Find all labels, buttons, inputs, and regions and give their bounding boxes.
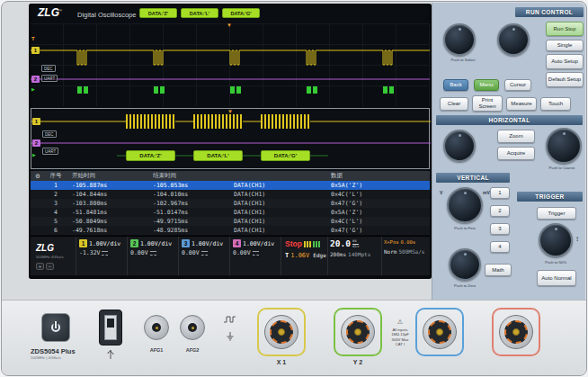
channel4-status[interactable]: 41.00V/div 0.00V <box>229 237 281 275</box>
control-panel: RUN CONTROL Push to Select Run Stop Sing… <box>432 3 585 300</box>
acquire-button[interactable]: Acquire <box>497 147 535 160</box>
math-button[interactable]: Math <box>485 264 512 276</box>
multipurpose-knob-b[interactable] <box>497 23 530 56</box>
back-button[interactable]: Back <box>443 79 468 91</box>
square-wave-icon <box>223 315 237 324</box>
updown-arrow-icon: ↕ <box>575 235 579 243</box>
timebase-unit: msdiv <box>352 239 360 248</box>
zoom-button[interactable]: Zoom <box>497 130 535 143</box>
section-run-control: RUN CONTROL <box>515 7 584 17</box>
run-state-label: Stop <box>285 239 302 248</box>
channel-2-button[interactable]: 2 <box>490 205 510 217</box>
trigger-button[interactable]: Trigger <box>537 207 576 220</box>
table-row[interactable]: 6-49.7618ms-48.9285msDATA(CH1)0x47('G') <box>31 226 430 235</box>
ch2-marker[interactable]: 2 <box>31 76 40 83</box>
acq-mode-label: Norm <box>384 248 396 255</box>
channel3-status[interactable]: 31.00V/div 0.00V <box>178 237 229 275</box>
ch1-marker[interactable]: 1 <box>31 47 40 54</box>
measure-button[interactable]: Measure <box>506 97 537 111</box>
status-bar: ZLG 500MHz 4GSa/s + − 11.00V/div -1.32V … <box>31 236 430 275</box>
default-setup-button[interactable]: Default Setup <box>546 72 584 87</box>
run-trigger-status: Stop T 1.06V Edge <box>281 237 327 275</box>
model-name: ZDS5054 Plus <box>31 347 111 355</box>
ch1-marker[interactable]: 1 <box>32 118 40 125</box>
run-stop-button[interactable]: Run Stop <box>546 22 584 36</box>
channel2-status[interactable]: 21.00V/div 0.00V <box>127 237 178 275</box>
menu-button[interactable]: Menu <box>474 79 499 91</box>
section-horizontal: HORIZONTAL <box>436 115 583 125</box>
col-header-start: 开始时间 <box>67 172 147 180</box>
gear-icon[interactable]: ⚙ <box>31 173 45 180</box>
ch2-marker[interactable]: 2 <box>32 139 40 147</box>
multipurpose-knob-a[interactable] <box>443 23 476 56</box>
decode-table-header: ⚙ 序号 开始时间 结束时间 数据 <box>31 171 430 181</box>
decode-table: ⚙ 序号 开始时间 结束时间 数据 1-105.887ms-105.053msD… <box>31 171 430 235</box>
power-icon <box>49 321 62 334</box>
horizontal-position-knob[interactable] <box>443 130 476 162</box>
section-vertical: VERTICAL <box>436 173 510 183</box>
ch2-bnc-outline <box>334 308 382 356</box>
display-screen: ZLG® Digital Oscilloscope DATA:'Z' DATA:… <box>29 4 432 279</box>
horizontal-scale-knob[interactable] <box>546 128 582 164</box>
afg2-connector <box>180 315 205 340</box>
table-row[interactable]: 5-50.8049ms-49.9715msDATA(CH1)0x4C('L') <box>31 217 430 226</box>
main-waveform-area[interactable]: ▼ T 1 DEC 2 UART ▶ <box>31 23 430 106</box>
cursor-button[interactable]: Cursor <box>504 79 531 91</box>
decoded-data-badge: DATA:'G' <box>261 150 310 161</box>
vertical-position-knob[interactable] <box>449 248 481 281</box>
acquisition-status: X+Pos0.00s Norm 500MSa/s <box>381 237 430 275</box>
touch-button[interactable]: Touch <box>540 97 571 111</box>
power-button[interactable] <box>41 313 70 342</box>
channel-3-button[interactable]: 3 <box>490 223 510 235</box>
auto-normal-button[interactable]: Auto Normal <box>537 270 576 286</box>
zoom-waveform-area[interactable]: ▼ 1 2 DEC UART ▶ DATA:'Z' DATA:'L' DATA:… <box>31 108 430 169</box>
zoom-in-icon[interactable]: + <box>36 263 44 270</box>
warning-icon: ⚠ <box>397 319 403 325</box>
trigger-level-knob[interactable] <box>539 223 573 257</box>
table-row[interactable]: 2-104.844ms-104.010msDATA(CH1)0x4C('L') <box>31 190 430 199</box>
record-points: 140Mpts <box>348 251 370 257</box>
trigger-position-icon[interactable]: ▼ <box>227 109 233 114</box>
model-badge: ZDS5054 Plus 500MHz | 4GSa/s <box>31 347 111 360</box>
trigger-position-icon[interactable]: ▼ <box>227 22 232 28</box>
channel1-status[interactable]: 11.00V/div -1.32V <box>76 237 127 275</box>
memory-bar-icon <box>304 241 311 247</box>
trigger-level-marker[interactable]: T <box>31 36 35 41</box>
device-title: Digital Oscilloscope <box>77 11 136 19</box>
print-screen-button[interactable]: Print Screen <box>472 95 503 112</box>
uart-burst <box>261 114 310 129</box>
timebase-value: 20.0 <box>330 239 351 248</box>
uart-burst <box>126 114 175 129</box>
auto-setup-button[interactable]: Auto Setup <box>546 54 584 69</box>
bus-event-badge: DATA:'Z' <box>139 8 177 18</box>
model-specs: 500MHz | 4GSa/s <box>31 355 111 360</box>
table-row[interactable]: 3-103.800ms-102.967msDATA(CH1)0x47('G') <box>31 199 430 208</box>
channel-1-button[interactable]: 1 <box>490 187 510 199</box>
dc-coupling-icon <box>201 251 208 256</box>
millivolt-label: mV <box>483 190 490 195</box>
zoom-out-icon[interactable]: − <box>46 263 54 270</box>
table-row[interactable]: 4-51.8481ms-51.0147msDATA(CH1)0x5A('Z') <box>31 208 430 217</box>
memory-bar-icon <box>313 241 320 247</box>
timebase-status[interactable]: 20.0 msdiv 200ms 140Mpts <box>327 237 381 275</box>
ch4-badge: 4 <box>233 239 241 247</box>
dc-coupling-icon <box>253 251 259 256</box>
decoded-data-badge: DATA:'L' <box>193 150 243 161</box>
ch3-bnc-connector <box>423 315 457 349</box>
volt-label: V <box>440 190 442 195</box>
ch4-bnc-connector <box>499 315 533 349</box>
vertical-scale-knob[interactable] <box>447 187 483 223</box>
usb-port <box>99 310 122 346</box>
channel-4-button[interactable]: 4 <box>490 241 510 253</box>
decode-track-arrow-icon: ▶ <box>31 87 35 92</box>
table-row[interactable]: 1-105.887ms-105.053msDATA(CH1)0x5A('Z') <box>31 181 430 190</box>
ch2-bnc-connector <box>341 315 375 349</box>
single-button[interactable]: Single <box>546 40 584 51</box>
bus-event-badge: DATA:'G' <box>222 8 260 18</box>
col-header-no: 序号 <box>45 172 67 180</box>
clear-button[interactable]: Clear <box>440 97 468 111</box>
ch2-input-label: Y 2 <box>334 359 382 365</box>
uart-burst <box>193 114 243 129</box>
oscilloscope-device: ZLG® Digital Oscilloscope DATA:'Z' DATA:… <box>0 0 588 377</box>
col-header-data: 数据 <box>325 172 430 180</box>
